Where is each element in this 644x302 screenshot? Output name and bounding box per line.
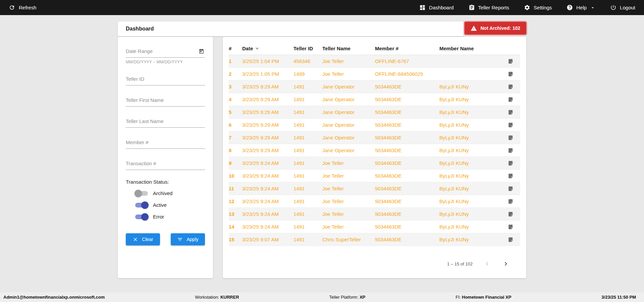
row-member-name: ByLyJI KUNy [439, 224, 501, 230]
table-row[interactable]: 7 3/23/25 9:29 AM 1491 Jane Operator 503… [229, 131, 520, 144]
table-row[interactable]: 9 3/23/25 9:24 AM 1491 Joe Teller 503446… [229, 157, 520, 170]
toggle-active[interactable]: Active [126, 199, 205, 211]
row-teller-name: Jane Operator [322, 84, 375, 89]
row-date: 3/23/25 1:05 PM [242, 71, 293, 77]
col-member-name: Member Name [439, 46, 501, 51]
top-bar: Refresh Dashboard Teller Reports Setting… [0, 0, 644, 15]
toggle-error[interactable]: Error [126, 211, 205, 223]
nav-dashboard[interactable]: Dashboard [419, 4, 453, 11]
calendar-icon[interactable] [199, 49, 204, 54]
table-row[interactable]: 3 3/23/25 9:29 AM 1491 Jane Operator 503… [229, 80, 520, 93]
member-number-input[interactable] [126, 137, 205, 149]
nav-teller-reports[interactable]: Teller Reports [469, 4, 509, 11]
row-member-name: ByLyJI KUNy [439, 160, 501, 166]
row-teller-name: Joe Teller [322, 211, 375, 217]
row-teller-name: Jane Operator [322, 109, 375, 115]
row-number: 6 [229, 122, 242, 128]
warning-icon [471, 25, 477, 32]
note-icon[interactable] [508, 58, 514, 64]
pagination: 1 – 15 of 102 [229, 259, 520, 274]
note-icon[interactable] [508, 224, 514, 230]
teller-last-name-input[interactable] [126, 116, 205, 128]
table-row[interactable]: 10 3/23/25 9:24 AM 1491 Joe Teller 50344… [229, 170, 520, 182]
row-teller-name: Joe Teller [322, 186, 375, 191]
note-icon[interactable] [508, 160, 514, 166]
row-date: 3/23/25 9:29 AM [242, 84, 293, 89]
table-row[interactable]: 8 3/23/25 9:29 AM 1491 Jane Operator 503… [229, 144, 520, 157]
table-row[interactable]: 11 3/23/25 9:24 AM 1491 Joe Teller 50344… [229, 182, 520, 195]
note-icon[interactable] [508, 173, 514, 179]
table-row[interactable]: 2 3/23/25 1:05 PM 1489 Joe Teller OFFLIN… [229, 68, 520, 80]
apply-label: Apply [186, 237, 198, 242]
table-row[interactable]: 12 3/23/25 9:24 AM 1491 Joe Teller 50344… [229, 195, 520, 208]
row-member-name: ByLyJI KUNy [439, 237, 501, 242]
clear-button[interactable]: Clear [126, 233, 160, 245]
col-date[interactable]: Date [242, 46, 293, 51]
note-icon[interactable] [508, 84, 514, 90]
row-date: 3/23/25 9:29 AM [242, 147, 293, 153]
table-header: # Date Teller ID Teller Name Member # Me… [229, 42, 520, 55]
row-member-name: ByLyJI KUNy [439, 198, 501, 204]
row-member-number: 5034463DE [375, 173, 439, 179]
table-row[interactable]: 1 3/25/25 1:04 PM 456346 Joe Teller OFFL… [229, 55, 520, 68]
date-range-input[interactable] [126, 46, 205, 58]
toggle-archived[interactable]: Archived [126, 187, 205, 199]
row-number: 8 [229, 147, 242, 153]
previous-page-button[interactable] [483, 259, 491, 268]
row-number: 14 [229, 224, 242, 230]
table-row[interactable]: 15 3/23/25 9:07 AM 1491 Chris SuperTelle… [229, 233, 520, 246]
row-member-name: ByLyJI KUNy [439, 211, 501, 217]
nav-teller-reports-label: Teller Reports [478, 5, 509, 10]
date-range-hint: MM/DD/YYYY – MM/DD/YYYY [126, 60, 205, 64]
help-icon [567, 4, 573, 11]
teller-id-input[interactable] [126, 73, 205, 85]
nav-settings[interactable]: Settings [524, 4, 552, 11]
transaction-number-input[interactable] [126, 158, 205, 170]
row-teller-id: 1491 [293, 198, 322, 204]
nav-logout[interactable]: Logout [610, 4, 635, 11]
table-row[interactable]: 13 3/23/25 9:24 AM 1491 Joe Teller 50344… [229, 208, 520, 221]
note-icon[interactable] [508, 147, 514, 154]
row-date: 3/23/25 9:24 AM [242, 211, 293, 217]
next-page-button[interactable] [501, 259, 510, 268]
table-body: 1 3/25/25 1:04 PM 456346 Joe Teller OFFL… [229, 55, 520, 246]
note-icon[interactable] [508, 135, 514, 141]
note-icon[interactable] [508, 198, 514, 204]
row-member-number: 5034463DE [375, 198, 439, 204]
pagination-range: 1 – 15 of 102 [447, 261, 473, 266]
row-teller-id: 1491 [293, 173, 322, 179]
row-member-name: ByLyJI KUNy [439, 147, 501, 153]
row-date: 3/23/25 9:24 AM [242, 186, 293, 191]
not-archived-badge[interactable]: Not Archived: 102 [465, 22, 526, 35]
active-switch[interactable] [135, 202, 149, 208]
col-teller-id: Teller ID [293, 46, 322, 51]
row-teller-name: Jane Operator [322, 135, 375, 140]
refresh-icon [9, 4, 15, 11]
note-icon[interactable] [508, 122, 514, 128]
apply-button[interactable]: Apply [171, 233, 205, 245]
note-icon[interactable] [508, 237, 514, 243]
nav-dashboard-label: Dashboard [429, 5, 453, 10]
nav-help[interactable]: Help [567, 4, 595, 11]
table-row[interactable]: 14 3/23/25 9:24 AM 1491 Joe Teller 50344… [229, 221, 520, 233]
error-switch[interactable] [135, 214, 149, 220]
table-row[interactable]: 6 3/23/25 9:29 AM 1491 Jane Operator 503… [229, 119, 520, 131]
content-area: Dashboard Not Archived: 102 MM/DD/YYYY –… [118, 21, 526, 278]
teller-first-name-input[interactable] [126, 95, 205, 107]
transactions-table-panel: # Date Teller ID Teller Name Member # Me… [223, 37, 526, 278]
table-row[interactable]: 4 3/23/25 9:29 AM 1491 Jane Operator 503… [229, 93, 520, 106]
refresh-button[interactable]: Refresh [9, 4, 37, 11]
row-date: 3/23/25 9:24 AM [242, 198, 293, 204]
row-teller-name: Chris SuperTeller [322, 237, 375, 242]
row-teller-id: 1491 [293, 97, 322, 102]
archived-switch[interactable] [135, 190, 149, 196]
note-icon[interactable] [508, 71, 514, 77]
col-member-number: Member # [375, 46, 439, 51]
note-icon[interactable] [508, 211, 514, 217]
table-row[interactable]: 5 3/23/25 9:29 AM 1491 Jane Operator 503… [229, 106, 520, 119]
note-icon[interactable] [508, 97, 514, 103]
row-teller-id: 1491 [293, 84, 322, 89]
refresh-label: Refresh [19, 5, 37, 10]
note-icon[interactable] [508, 109, 514, 115]
note-icon[interactable] [508, 186, 514, 192]
